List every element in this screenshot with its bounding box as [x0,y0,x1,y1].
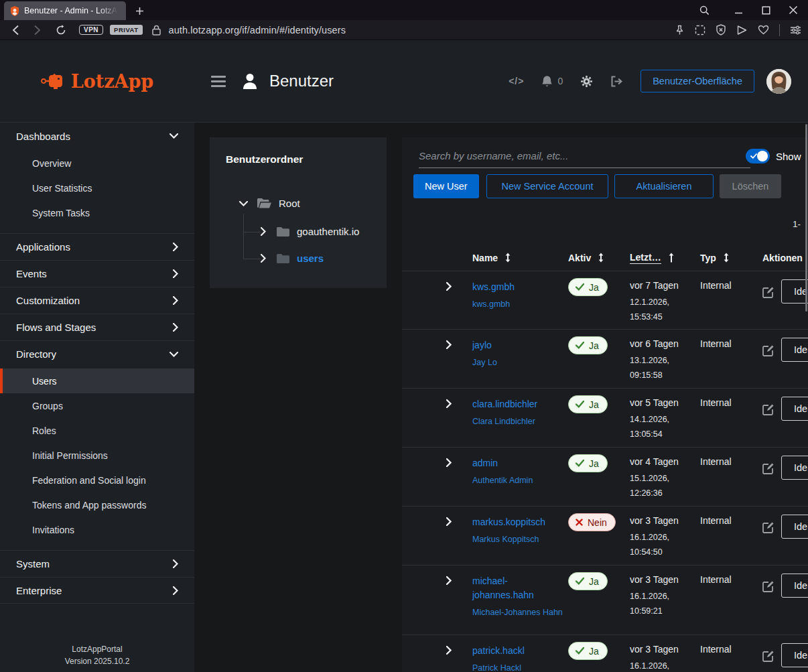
user-interface-button[interactable]: Benutzer-Oberfläche [641,70,754,92]
sort-asc-icon[interactable] [668,253,675,263]
edit-icon [762,650,775,662]
bookmark-button[interactable] [758,25,769,35]
delete-button[interactable]: Löschen [720,174,781,198]
username-link[interactable]: michael-johannes.hahn [472,574,568,602]
sidebar-item-invitations[interactable]: Invitations [0,517,194,542]
sidebar-item-applications[interactable]: Applications [0,233,194,260]
scrollbar-thumb[interactable] [805,124,807,312]
avatar[interactable] [766,69,791,94]
column-header-letzte-anmeldung[interactable]: Letzt… [630,252,700,264]
impersonate-button[interactable]: Iden [781,397,808,421]
send-button[interactable] [736,25,748,36]
new-tab-button[interactable] [131,3,147,19]
edit-user-button[interactable] [762,580,775,592]
sort-icon[interactable] [723,253,730,263]
row-expander[interactable] [446,271,472,329]
reload-button[interactable] [52,22,70,38]
shield-block-button[interactable] [716,24,726,36]
new-service-account-button[interactable]: New Service Account [486,174,608,198]
impersonate-button[interactable]: Iden [781,456,808,480]
edit-user-button[interactable] [762,344,775,356]
username-link[interactable]: markus.koppitsch [472,515,568,529]
minimize-icon [734,6,743,15]
impersonate-button[interactable]: Iden [781,338,808,362]
username-link[interactable]: kws.gmbh [472,280,568,294]
row-expander[interactable] [446,565,472,634]
sidebar-item-customization[interactable]: Customization [0,287,194,314]
chevron-down-icon[interactable] [239,201,248,206]
logo[interactable]: LotzApp [0,40,194,123]
username-link[interactable]: jaylo [472,338,568,352]
vpn-badge[interactable]: VPN [79,25,103,35]
browser-menu-button[interactable] [790,25,801,35]
column-header-name[interactable]: Name [472,253,568,263]
sidebar-item-overview[interactable]: Overview [0,151,194,176]
sidebar-item-user-statistics[interactable]: User Statistics [0,176,194,200]
impersonate-button[interactable]: Iden [781,643,808,667]
edit-user-button[interactable] [762,521,775,533]
sidebar-item-initial-permissions[interactable]: Initial Permissions [0,443,194,468]
chevron-right-icon [173,296,178,305]
sidebar-item-groups[interactable]: Groups [0,393,194,418]
sidebar-item-users[interactable]: Users [0,368,194,393]
browser-tab[interactable]: Benutzer - Admin - LotzApp [4,1,126,20]
sort-icon[interactable] [598,253,604,263]
edit-user-button[interactable] [762,403,775,415]
tree-item-root[interactable]: Root [239,198,300,209]
maximize-button[interactable] [756,1,775,19]
pin-button[interactable] [675,25,685,36]
forward-button[interactable] [28,22,46,38]
back-button[interactable] [7,22,24,38]
sidebar-item-federation[interactable]: Federation and Social login [0,468,194,492]
impersonate-button[interactable]: Iden [781,574,808,598]
row-expander[interactable] [446,448,472,506]
sidebar-item-system-tasks[interactable]: System Tasks [0,200,194,225]
new-user-button[interactable]: New User [413,174,479,198]
impersonate-button[interactable]: Iden [781,279,808,304]
row-expander[interactable] [446,389,472,447]
sidebar-item-flows-and-stages[interactable]: Flows and Stages [0,314,194,340]
username-link[interactable]: patrick.hackl [472,644,568,658]
show-toggle[interactable] [746,149,770,163]
search-input[interactable] [419,144,750,168]
sidebar-item-directory[interactable]: Directory [0,340,194,367]
chevron-right-icon [446,458,452,467]
sidebar-toggle-button[interactable] [211,76,226,87]
sidebar-item-enterprise[interactable]: Enterprise [0,577,194,604]
url-text[interactable]: auth.lotzapp.org/if/admin/#/identity/use… [169,25,346,36]
row-expander[interactable] [446,635,472,672]
chevron-right-icon[interactable] [261,254,266,263]
column-header-aktiv[interactable]: Aktiv [568,253,630,263]
close-button[interactable] [784,1,803,19]
impersonate-button[interactable]: Iden [781,515,808,539]
username-link[interactable]: admin [472,456,568,470]
minimize-button[interactable] [729,1,748,19]
notifications-button[interactable]: 0 [541,75,563,88]
api-button[interactable]: </> [509,76,524,86]
tree-item-goauthentik[interactable]: goauthentik.io [261,226,359,237]
screenshot-button[interactable] [695,25,705,36]
sidebar-item-dashboards[interactable]: Dashboards [0,123,194,149]
sidebar-item-system[interactable]: System [0,550,194,577]
row-expander[interactable] [446,330,472,388]
refresh-button[interactable]: Aktualisieren [614,174,714,198]
column-header-typ[interactable]: Typ [700,253,762,263]
sidebar-item-roles[interactable]: Roles [0,418,194,443]
user-type: Internal [700,448,762,506]
edit-user-button[interactable] [762,462,775,474]
table-row: markus.koppitsch Markus Koppitsch Nein v… [402,507,808,565]
check-icon [576,401,584,408]
edit-user-button[interactable] [762,650,775,662]
row-expander[interactable] [446,507,472,565]
username-link[interactable]: clara.lindbichler [472,397,568,411]
settings-button[interactable] [580,75,593,88]
edit-user-button[interactable] [762,286,775,298]
browser-search-button[interactable] [695,1,714,19]
sidebar-item-tokens[interactable]: Tokens and App passwords [0,492,194,517]
lock-icon[interactable] [152,25,161,36]
logout-button[interactable] [610,76,623,87]
sidebar-item-events[interactable]: Events [0,260,194,287]
tree-item-users[interactable]: users [261,253,324,264]
chevron-right-icon[interactable] [261,227,266,236]
sort-icon[interactable] [504,253,511,263]
